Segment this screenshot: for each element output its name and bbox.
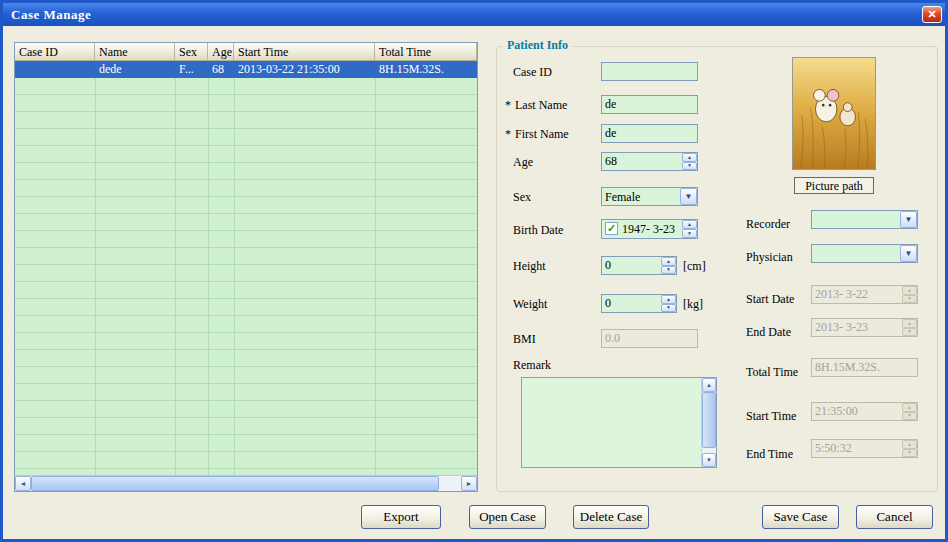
height-label: Height: [513, 259, 546, 273]
column-header-name[interactable]: Name: [95, 43, 175, 61]
bmi-input: [601, 329, 698, 348]
total-time-label: Total Time: [746, 365, 798, 379]
height-spinner[interactable]: ▲ ▼: [601, 256, 677, 275]
spin-up-icon[interactable]: ▲: [682, 153, 697, 162]
delete-case-button[interactable]: Delete Case: [573, 505, 649, 529]
spin-up-icon: ▲: [902, 319, 917, 328]
end-date-field: ▲ ▼: [811, 318, 918, 337]
table-horizontal-scrollbar[interactable]: ◄ ►: [15, 475, 477, 491]
spin-down-icon[interactable]: ▼: [661, 304, 676, 313]
group-title: Patient Info: [503, 38, 572, 53]
picture-path-button[interactable]: Picture path: [794, 177, 874, 194]
remark-scrollbar[interactable]: ▲ ▼: [701, 378, 716, 467]
birth-date-picker[interactable]: ✓ 1947- 3-23 ▲ ▼: [601, 219, 698, 239]
title-bar[interactable]: Case Manage ✕: [3, 3, 945, 26]
column-header-case-id[interactable]: Case ID: [15, 43, 95, 61]
column-header-age[interactable]: Age: [208, 43, 234, 61]
spin-up-icon: ▲: [902, 286, 917, 295]
start-time-spin-buttons: ▲ ▼: [902, 403, 917, 420]
required-mark: *: [505, 98, 511, 112]
table-row-selected[interactable]: dede F... 68 2013-03-22 21:35:00 8H.15M.…: [15, 61, 477, 78]
patient-picture: [792, 57, 876, 170]
spin-down-icon: ▼: [902, 328, 917, 337]
recorder-value: [812, 211, 900, 228]
first-name-label: *First Name: [505, 127, 569, 141]
sex-combobox[interactable]: Female ▼: [601, 187, 698, 206]
table-empty-area: [15, 78, 477, 475]
start-time-input: [812, 403, 902, 420]
scroll-left-icon[interactable]: ◄: [15, 476, 31, 491]
sex-label: Sex: [513, 190, 531, 204]
age-input[interactable]: [602, 153, 682, 170]
bmi-label: BMI: [513, 332, 536, 346]
chevron-down-icon[interactable]: ▼: [680, 188, 697, 205]
hscrollbar-thumb[interactable]: [31, 476, 439, 491]
table-header: Case ID Name Sex Age Start Time Total Ti…: [15, 43, 477, 61]
total-time-input: [811, 358, 918, 377]
start-time-field: ▲ ▼: [811, 402, 918, 421]
open-case-button[interactable]: Open Case: [469, 505, 546, 529]
case-id-input[interactable]: [601, 62, 698, 81]
age-spinner[interactable]: ▲ ▼: [601, 152, 698, 171]
scroll-right-icon[interactable]: ►: [461, 476, 477, 491]
case-id-label: Case ID: [513, 65, 552, 79]
scroll-up-icon[interactable]: ▲: [702, 378, 716, 392]
weight-unit-label: [kg]: [683, 297, 703, 312]
patient-picture-image: [793, 58, 875, 169]
close-button[interactable]: ✕: [922, 6, 942, 23]
spin-up-icon[interactable]: ▲: [682, 220, 697, 229]
dialog-client-area: Case ID Name Sex Age Start Time Total Ti…: [3, 26, 945, 539]
spin-down-icon[interactable]: ▼: [682, 229, 697, 238]
age-label: Age: [513, 155, 533, 169]
birth-date-checkbox[interactable]: ✓: [605, 222, 618, 235]
chevron-down-icon[interactable]: ▼: [900, 245, 917, 262]
end-date-spin-buttons: ▲ ▼: [902, 319, 917, 336]
scroll-down-icon[interactable]: ▼: [702, 453, 716, 467]
save-case-button[interactable]: Save Case: [762, 505, 839, 529]
height-unit-label: [cm]: [683, 259, 706, 274]
end-time-field: ▲ ▼: [811, 439, 918, 458]
required-mark: *: [505, 127, 511, 141]
last-name-label-text: Last Name: [515, 98, 567, 112]
height-spin-buttons: ▲ ▼: [661, 257, 676, 274]
case-list-table: Case ID Name Sex Age Start Time Total Ti…: [14, 42, 478, 492]
cancel-button[interactable]: Cancel: [856, 505, 933, 529]
recorder-combobox[interactable]: ▼: [811, 210, 918, 229]
physician-label: Physician: [746, 250, 793, 264]
spin-down-icon: ▼: [902, 412, 917, 421]
patient-info-group: Patient Info Case ID *Last Name *First N…: [496, 46, 938, 492]
weight-input[interactable]: [602, 295, 661, 312]
weight-spinner[interactable]: ▲ ▼: [601, 294, 677, 313]
last-name-label: *Last Name: [505, 98, 567, 112]
last-name-input[interactable]: [601, 95, 698, 114]
spin-down-icon[interactable]: ▼: [682, 162, 697, 171]
spin-up-icon[interactable]: ▲: [661, 257, 676, 266]
recorder-label: Recorder: [746, 217, 790, 231]
weight-spin-buttons: ▲ ▼: [661, 295, 676, 312]
first-name-input[interactable]: [601, 124, 698, 143]
birth-date-label: Birth Date: [513, 223, 563, 237]
column-header-total-time[interactable]: Total Time: [375, 43, 477, 61]
close-icon: ✕: [927, 8, 936, 21]
end-time-label: End Time: [746, 447, 793, 461]
cell-age: 68: [208, 61, 234, 78]
height-input[interactable]: [602, 257, 661, 274]
cell-start-time: 2013-03-22 21:35:00: [234, 61, 375, 78]
export-button[interactable]: Export: [361, 505, 441, 529]
end-date-label: End Date: [746, 325, 791, 339]
cell-sex: F...: [175, 61, 208, 78]
case-manage-window: Case Manage ✕ Case ID Name Sex Age Start…: [0, 0, 948, 542]
physician-combobox[interactable]: ▼: [811, 244, 918, 263]
sex-value: Female: [602, 188, 680, 205]
column-header-sex[interactable]: Sex: [175, 43, 208, 61]
remark-textarea[interactable]: [522, 378, 701, 467]
vscrollbar-thumb[interactable]: [702, 392, 716, 448]
column-header-start-time[interactable]: Start Time: [234, 43, 375, 61]
weight-label: Weight: [513, 297, 547, 311]
spin-up-icon[interactable]: ▲: [661, 295, 676, 304]
age-spin-buttons: ▲ ▼: [682, 153, 697, 170]
chevron-down-icon[interactable]: ▼: [900, 211, 917, 228]
spin-down-icon: ▼: [902, 449, 917, 458]
cell-name: dede: [95, 61, 175, 78]
spin-down-icon[interactable]: ▼: [661, 266, 676, 275]
